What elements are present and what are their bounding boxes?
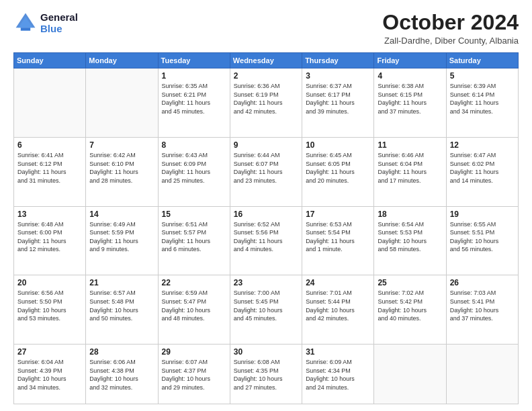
calendar-cell: 14Sunrise: 6:49 AM Sunset: 5:59 PM Dayli… <box>86 206 158 275</box>
day-number: 1 <box>162 71 226 81</box>
calendar-cell: 2Sunrise: 6:36 AM Sunset: 6:19 PM Daylig… <box>230 68 302 138</box>
week-row-5: 27Sunrise: 6:04 AM Sunset: 4:39 PM Dayli… <box>14 345 519 404</box>
day-number: 18 <box>378 210 442 219</box>
day-number: 6 <box>17 140 82 150</box>
logo: General Blue <box>13 11 78 35</box>
day-info: Sunrise: 6:07 AM Sunset: 4:37 PM Dayligh… <box>162 358 226 392</box>
day-info: Sunrise: 6:45 AM Sunset: 6:05 PM Dayligh… <box>306 151 370 185</box>
calendar-cell: 15Sunrise: 6:51 AM Sunset: 5:57 PM Dayli… <box>158 206 230 275</box>
day-info: Sunrise: 7:01 AM Sunset: 5:44 PM Dayligh… <box>306 289 370 322</box>
week-row-1: 1Sunrise: 6:35 AM Sunset: 6:21 PM Daylig… <box>14 68 519 138</box>
day-number: 25 <box>378 278 442 287</box>
day-number: 21 <box>89 278 154 287</box>
weekday-header-monday: Monday <box>86 53 158 68</box>
day-info: Sunrise: 6:52 AM Sunset: 5:56 PM Dayligh… <box>234 220 298 254</box>
day-number: 9 <box>234 140 298 150</box>
calendar-cell: 26Sunrise: 7:03 AM Sunset: 5:41 PM Dayli… <box>446 275 518 345</box>
day-info: Sunrise: 6:43 AM Sunset: 6:09 PM Dayligh… <box>162 151 226 185</box>
calendar-cell: 21Sunrise: 6:57 AM Sunset: 5:48 PM Dayli… <box>86 275 158 345</box>
calendar-cell: 1Sunrise: 6:35 AM Sunset: 6:21 PM Daylig… <box>158 68 230 138</box>
title-block: October 2024 Zall-Dardhe, Diber County, … <box>382 11 519 46</box>
day-number: 23 <box>234 278 298 287</box>
day-number: 27 <box>17 347 82 357</box>
calendar-cell <box>14 68 86 138</box>
week-row-4: 20Sunrise: 6:56 AM Sunset: 5:50 PM Dayli… <box>14 275 519 345</box>
calendar-cell: 6Sunrise: 6:41 AM Sunset: 6:12 PM Daylig… <box>14 137 86 206</box>
calendar-cell: 27Sunrise: 6:04 AM Sunset: 4:39 PM Dayli… <box>14 345 86 404</box>
calendar-cell: 8Sunrise: 6:43 AM Sunset: 6:09 PM Daylig… <box>158 137 230 206</box>
day-info: Sunrise: 6:55 AM Sunset: 5:51 PM Dayligh… <box>450 220 515 254</box>
weekday-header-thursday: Thursday <box>302 53 374 68</box>
svg-rect-2 <box>21 28 30 31</box>
calendar-cell <box>446 345 518 404</box>
day-number: 17 <box>306 210 370 219</box>
day-info: Sunrise: 7:02 AM Sunset: 5:42 PM Dayligh… <box>378 289 442 322</box>
calendar-cell: 19Sunrise: 6:55 AM Sunset: 5:51 PM Dayli… <box>446 206 518 275</box>
weekday-header-friday: Friday <box>374 53 446 68</box>
day-info: Sunrise: 6:57 AM Sunset: 5:48 PM Dayligh… <box>89 289 154 322</box>
calendar-cell: 16Sunrise: 6:52 AM Sunset: 5:56 PM Dayli… <box>230 206 302 275</box>
day-info: Sunrise: 6:39 AM Sunset: 6:14 PM Dayligh… <box>450 82 515 116</box>
weekday-header-sunday: Sunday <box>14 53 86 68</box>
day-info: Sunrise: 6:47 AM Sunset: 6:02 PM Dayligh… <box>450 151 515 185</box>
day-info: Sunrise: 6:42 AM Sunset: 6:10 PM Dayligh… <box>89 151 154 185</box>
calendar-cell: 10Sunrise: 6:45 AM Sunset: 6:05 PM Dayli… <box>302 137 374 206</box>
logo-icon <box>13 11 38 35</box>
day-number: 29 <box>162 347 226 357</box>
day-info: Sunrise: 6:48 AM Sunset: 6:00 PM Dayligh… <box>17 220 82 254</box>
day-number: 20 <box>17 278 82 287</box>
day-info: Sunrise: 7:03 AM Sunset: 5:41 PM Dayligh… <box>450 289 515 322</box>
header: General Blue October 2024 Zall-Dardhe, D… <box>13 11 519 46</box>
week-row-2: 6Sunrise: 6:41 AM Sunset: 6:12 PM Daylig… <box>14 137 519 206</box>
day-info: Sunrise: 6:36 AM Sunset: 6:19 PM Dayligh… <box>234 82 298 116</box>
day-number: 10 <box>306 140 370 150</box>
calendar-cell: 22Sunrise: 6:59 AM Sunset: 5:47 PM Dayli… <box>158 275 230 345</box>
day-number: 5 <box>450 71 515 81</box>
day-number: 3 <box>306 71 370 81</box>
day-number: 15 <box>162 210 226 219</box>
month-title: October 2024 <box>382 11 519 34</box>
day-info: Sunrise: 6:09 AM Sunset: 4:34 PM Dayligh… <box>306 358 370 392</box>
day-info: Sunrise: 6:53 AM Sunset: 5:54 PM Dayligh… <box>306 220 370 254</box>
day-info: Sunrise: 6:04 AM Sunset: 4:39 PM Dayligh… <box>17 358 82 392</box>
day-number: 24 <box>306 278 370 287</box>
calendar-cell: 30Sunrise: 6:08 AM Sunset: 4:35 PM Dayli… <box>230 345 302 404</box>
calendar-cell: 7Sunrise: 6:42 AM Sunset: 6:10 PM Daylig… <box>86 137 158 206</box>
calendar-cell: 4Sunrise: 6:38 AM Sunset: 6:15 PM Daylig… <box>374 68 446 138</box>
calendar-cell: 11Sunrise: 6:46 AM Sunset: 6:04 PM Dayli… <box>374 137 446 206</box>
weekday-header-wednesday: Wednesday <box>230 53 302 68</box>
calendar-cell: 28Sunrise: 6:06 AM Sunset: 4:38 PM Dayli… <box>86 345 158 404</box>
day-number: 11 <box>378 140 442 150</box>
day-info: Sunrise: 6:46 AM Sunset: 6:04 PM Dayligh… <box>378 151 442 185</box>
day-number: 4 <box>378 71 442 81</box>
day-number: 2 <box>234 71 298 81</box>
location: Zall-Dardhe, Diber County, Albania <box>382 36 519 46</box>
day-number: 22 <box>162 278 226 287</box>
day-number: 16 <box>234 210 298 219</box>
calendar-cell: 20Sunrise: 6:56 AM Sunset: 5:50 PM Dayli… <box>14 275 86 345</box>
day-info: Sunrise: 6:37 AM Sunset: 6:17 PM Dayligh… <box>306 82 370 116</box>
calendar-cell: 5Sunrise: 6:39 AM Sunset: 6:14 PM Daylig… <box>446 68 518 138</box>
weekday-header-saturday: Saturday <box>446 53 518 68</box>
day-number: 28 <box>89 347 154 357</box>
day-number: 12 <box>450 140 515 150</box>
calendar-cell: 31Sunrise: 6:09 AM Sunset: 4:34 PM Dayli… <box>302 345 374 404</box>
day-number: 7 <box>89 140 154 150</box>
day-number: 19 <box>450 210 515 219</box>
day-info: Sunrise: 6:06 AM Sunset: 4:38 PM Dayligh… <box>89 358 154 392</box>
day-number: 31 <box>306 347 370 357</box>
calendar-cell: 9Sunrise: 6:44 AM Sunset: 6:07 PM Daylig… <box>230 137 302 206</box>
logo-text: General Blue <box>40 11 78 34</box>
day-number: 8 <box>162 140 226 150</box>
day-number: 13 <box>17 210 82 219</box>
calendar-cell: 18Sunrise: 6:54 AM Sunset: 5:53 PM Dayli… <box>374 206 446 275</box>
day-info: Sunrise: 6:44 AM Sunset: 6:07 PM Dayligh… <box>234 151 298 185</box>
day-info: Sunrise: 6:51 AM Sunset: 5:57 PM Dayligh… <box>162 220 226 254</box>
week-row-3: 13Sunrise: 6:48 AM Sunset: 6:00 PM Dayli… <box>14 206 519 275</box>
day-number: 26 <box>450 278 515 287</box>
page: General Blue October 2024 Zall-Dardhe, D… <box>0 0 532 411</box>
calendar-cell <box>86 68 158 138</box>
calendar-cell: 13Sunrise: 6:48 AM Sunset: 6:00 PM Dayli… <box>14 206 86 275</box>
day-info: Sunrise: 6:38 AM Sunset: 6:15 PM Dayligh… <box>378 82 442 116</box>
calendar-cell: 17Sunrise: 6:53 AM Sunset: 5:54 PM Dayli… <box>302 206 374 275</box>
